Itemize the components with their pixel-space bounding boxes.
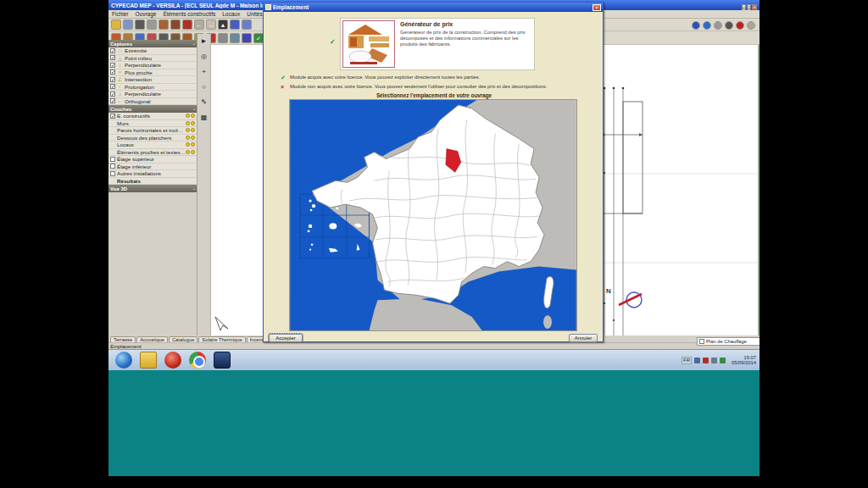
updates-icon[interactable] [720, 358, 726, 363]
checkbox[interactable]: ✓ [110, 114, 115, 119]
layer-item-dessous-des-planchers[interactable]: Dessous des planchers [108, 135, 197, 142]
layer-item-locaux[interactable]: Locaux [108, 141, 197, 149]
menu-item-elements-constructifs[interactable]: Éléments constructifs [163, 11, 215, 17]
pan-icon[interactable]: + [202, 68, 206, 75]
checkbox[interactable]: ✓ [110, 77, 115, 82]
france-map[interactable] [289, 99, 577, 331]
volume-icon[interactable] [711, 358, 717, 363]
couches-panel-header[interactable]: Couches ▪ [108, 105, 197, 113]
tab-catalogue[interactable]: Catalogue [169, 336, 198, 342]
accept-button[interactable]: Accepter [269, 334, 303, 342]
capture-item-intersection[interactable]: ✓∠Intersection [108, 76, 197, 84]
annotate-icon[interactable]: ✎ [201, 98, 207, 106]
checkbox[interactable]: ✓ [110, 69, 115, 75]
checkbox[interactable] [110, 164, 115, 169]
internet-globe-icon[interactable] [115, 352, 132, 369]
capture-item-perpendiculaire[interactable]: ✓⊥Perpendiculaire [108, 91, 197, 98]
sphere-icon[interactable] [692, 21, 700, 30]
capture-item-plus-proche[interactable]: ✓×Plus proche [108, 69, 197, 77]
checkbox[interactable]: ✓ [110, 92, 115, 97]
capture-item-perpendiculaire[interactable]: ✓⊥Perpendiculaire [108, 62, 197, 69]
search-icon[interactable] [230, 19, 240, 30]
visibility-badge[interactable] [186, 136, 190, 140]
layer-item-etage-inferieur[interactable]: Étage inférieur [108, 164, 197, 171]
visibility-badge[interactable] [186, 114, 190, 118]
select-icon[interactable]: ► [201, 37, 208, 45]
save-icon[interactable] [123, 19, 133, 30]
language-indicator[interactable]: FR [682, 357, 692, 364]
checkbox[interactable] [110, 157, 115, 162]
desktop-background[interactable] [108, 370, 760, 476]
dialog-titlebar[interactable]: Emplacement × [264, 3, 603, 12]
layer-item-e-constructifs[interactable]: ✓E. constructifs [108, 113, 197, 120]
network-icon[interactable] [694, 358, 700, 363]
layer-item-etage-superieur[interactable]: Étage supérieur [108, 156, 197, 164]
print-icon[interactable] [135, 19, 145, 30]
menu-item-ouvrage[interactable]: Ouvrage [136, 11, 157, 17]
info-icon[interactable] [242, 19, 252, 30]
pin-icon[interactable]: ▪ [193, 186, 195, 191]
up-arrow-icon[interactable]: ▲ [218, 19, 228, 30]
media-red-icon[interactable] [164, 352, 181, 369]
zoom-circle-icon[interactable]: ○ [202, 83, 206, 91]
home-icon[interactable] [182, 19, 192, 30]
stack-icon[interactable] [747, 21, 755, 30]
tab-solaire-thermique[interactable]: Solaire Thermique [198, 336, 245, 342]
copy-icon[interactable] [147, 19, 157, 30]
open-icon[interactable] [111, 19, 121, 30]
visibility-badge[interactable] [186, 150, 190, 154]
capture-item-orthogonal[interactable]: ✓∟Orthogonal [108, 98, 197, 106]
capture-item-extremite[interactable]: ✓□Extrémité [108, 47, 197, 55]
checkbox[interactable]: ✓ [110, 63, 115, 68]
globe-icon[interactable] [703, 21, 711, 30]
checkbox[interactable] [110, 171, 115, 176]
tab-terrasse[interactable]: Terrasse [110, 336, 136, 342]
undo-icon[interactable]: ← [194, 19, 204, 30]
folder-icon[interactable] [140, 352, 157, 369]
axes-icon[interactable] [242, 33, 252, 43]
visibility-badge[interactable] [186, 128, 190, 132]
chrome-icon[interactable] [189, 352, 206, 369]
shade-icon[interactable] [714, 21, 722, 30]
cancel-button[interactable]: Annuler [569, 334, 598, 342]
menu-item-locaux[interactable]: Locaux [222, 11, 240, 17]
layers-icon[interactable] [230, 33, 240, 43]
visibility-badge[interactable] [186, 121, 190, 125]
layer-item-parois-horizontales-et-inclinees[interactable]: Parois horizontales et inclinées [108, 127, 197, 135]
visibility-badge[interactable] [191, 142, 195, 147]
checkbox[interactable]: ✓ [110, 84, 115, 89]
pin-icon[interactable]: ▪ [193, 42, 195, 47]
visibility-badge[interactable] [191, 128, 195, 132]
contrast-icon[interactable] [725, 21, 733, 30]
close-icon[interactable]: × [593, 4, 601, 11]
flower-icon[interactable] [736, 21, 744, 30]
pin-icon[interactable]: ▪ [193, 107, 195, 112]
checkbox[interactable]: ✓ [110, 48, 115, 53]
capture-item-prolongation[interactable]: ✓−Prolongation [108, 84, 197, 92]
layer-item-resultats[interactable]: Résultats [108, 178, 197, 186]
visibility-badge[interactable] [186, 142, 190, 147]
blue-app-icon[interactable] [214, 352, 231, 369]
checkbox[interactable] [699, 339, 704, 344]
layer-item-elements-proches-et-textes-de-l[interactable]: Éléments proches et textes de l... [108, 149, 197, 157]
visibility-badge[interactable] [191, 136, 195, 140]
grid-icon[interactable] [218, 33, 228, 43]
visibility-badge[interactable] [191, 114, 195, 118]
target-icon[interactable]: ◎ [201, 53, 207, 60]
building-icon[interactable] [170, 19, 181, 30]
grid-view-icon[interactable]: ▦ [201, 114, 208, 121]
vue3d-panel-header[interactable]: Vue 3D ▪ [108, 185, 197, 192]
redo-icon[interactable]: → [206, 19, 216, 30]
tab-acoustique[interactable]: Acoustique [136, 336, 168, 342]
checkbox[interactable]: ✓ [110, 98, 115, 103]
menu-item-fichier[interactable]: Fichier [112, 11, 129, 17]
blocks-icon[interactable] [159, 19, 169, 30]
layer-item-murs[interactable]: Murs [108, 120, 197, 128]
visibility-badge[interactable] [191, 121, 195, 125]
taskbar-clock[interactable]: 15:07 05/09/2014 [728, 355, 756, 366]
checkbox[interactable]: ✓ [110, 55, 115, 60]
layer-item-autres-installations[interactable]: Autres installations [108, 170, 197, 178]
captures-panel-header[interactable]: Captures ▪ [108, 40, 197, 47]
shield-icon[interactable] [703, 358, 709, 363]
heating-plan-checkbox[interactable]: Plan de Chauffage [697, 337, 760, 346]
